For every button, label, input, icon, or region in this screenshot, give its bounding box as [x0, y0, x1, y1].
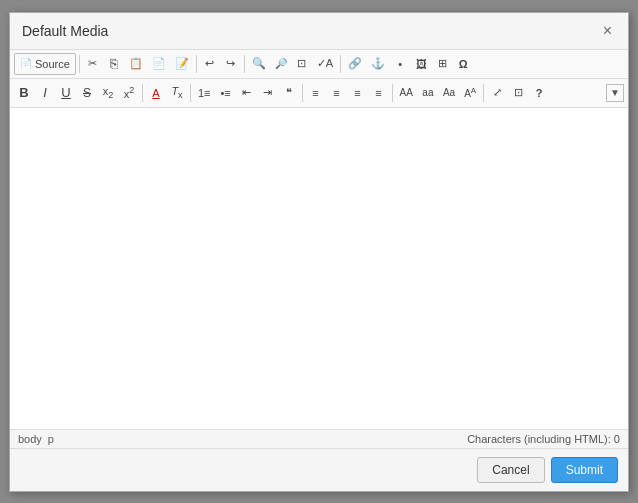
superscript-icon: x2: [124, 85, 135, 100]
capitalize-icon: Aa: [443, 87, 455, 98]
toolbar-expand-button[interactable]: ▼: [606, 84, 624, 102]
underline-button[interactable]: U: [56, 82, 76, 104]
special-char-icon: Ω: [459, 58, 468, 70]
ordered-list-button[interactable]: 1≡: [194, 82, 215, 104]
source-icon: 📄: [20, 58, 32, 69]
cancel-button[interactable]: Cancel: [477, 457, 544, 483]
uppercase-icon: AA: [400, 87, 413, 98]
source-label: Source: [35, 58, 70, 70]
blockquote-icon: ❝: [286, 86, 292, 99]
status-body: body: [18, 433, 42, 445]
close-button[interactable]: ×: [599, 21, 616, 41]
strike-button[interactable]: S: [77, 82, 97, 104]
italic-icon: I: [43, 85, 47, 100]
selectall-icon: ⊡: [297, 57, 306, 70]
redo-button[interactable]: ↪: [221, 53, 241, 75]
align-center-button[interactable]: ≡: [327, 82, 347, 104]
find-button[interactable]: 🔍: [248, 53, 270, 75]
separator: [392, 84, 393, 102]
clear-format-button[interactable]: Tx: [167, 82, 187, 104]
spellcheck-button[interactable]: ✓A: [313, 53, 337, 75]
cut-button[interactable]: ✂: [83, 53, 103, 75]
decrease-indent-button[interactable]: ⇤: [237, 82, 257, 104]
paste-text-icon: 📄: [152, 57, 166, 70]
separator: [79, 55, 80, 73]
link-icon: 🔗: [348, 57, 362, 70]
expand-icon: ▼: [610, 87, 620, 98]
maximize-icon: ⤢: [493, 86, 502, 99]
status-p: p: [48, 433, 54, 445]
table-button[interactable]: ⊞: [432, 53, 452, 75]
align-left-icon: ≡: [312, 87, 318, 99]
source2-button[interactable]: ⊡: [508, 82, 528, 104]
char-count: Characters (including HTML): 0: [467, 433, 620, 445]
align-right-button[interactable]: ≡: [348, 82, 368, 104]
toolbar-row2: B I U S x2 x2 A Tx 1≡ •≡ ⇤ ⇥ ❝ ≡ ≡ ≡ ≡ A…: [10, 79, 628, 108]
submit-button[interactable]: Submit: [551, 457, 618, 483]
source-button[interactable]: 📄 Source: [14, 53, 76, 75]
paste-text-button[interactable]: 📄: [148, 53, 170, 75]
maximize-button[interactable]: ⤢: [487, 82, 507, 104]
lowercase-button[interactable]: aa: [418, 82, 438, 104]
separator: [483, 84, 484, 102]
paste-word-button[interactable]: 📝: [171, 53, 193, 75]
link-button[interactable]: 🔗: [344, 53, 366, 75]
status-path: body p: [18, 433, 54, 445]
remove-format-button[interactable]: A: [146, 82, 166, 104]
find-icon: 🔍: [252, 57, 266, 70]
strike-icon: S: [83, 86, 91, 100]
subscript-button[interactable]: x2: [98, 82, 118, 104]
anchor-icon: ⚓: [371, 57, 385, 70]
anchor-button[interactable]: ⚓: [367, 53, 389, 75]
source2-icon: ⊡: [514, 86, 523, 99]
selectall-button[interactable]: ⊡: [292, 53, 312, 75]
status-bar: body p Characters (including HTML): 0: [10, 429, 628, 448]
font-size-button[interactable]: AA: [460, 82, 480, 104]
clear-format-icon: Tx: [171, 85, 182, 100]
paste-button[interactable]: 📋: [125, 53, 147, 75]
undo-icon: ↩: [205, 57, 214, 70]
unordered-list-button[interactable]: •≡: [216, 82, 236, 104]
separator: [302, 84, 303, 102]
special-char-button[interactable]: Ω: [453, 53, 473, 75]
align-justify-button[interactable]: ≡: [369, 82, 389, 104]
align-right-icon: ≡: [354, 87, 360, 99]
separator: [142, 84, 143, 102]
copy-icon: ⎘: [110, 56, 118, 71]
spellcheck-icon: ✓A: [317, 57, 333, 70]
undo-button[interactable]: ↩: [200, 53, 220, 75]
increase-indent-icon: ⇥: [263, 86, 272, 99]
separator: [190, 84, 191, 102]
capitalize-button[interactable]: Aa: [439, 82, 459, 104]
paste-icon: 📋: [129, 57, 143, 70]
replace-button[interactable]: 🔎: [271, 53, 291, 75]
bold-button[interactable]: B: [14, 82, 34, 104]
align-center-icon: ≡: [333, 87, 339, 99]
table-icon: ⊞: [438, 57, 447, 70]
align-justify-icon: ≡: [375, 87, 381, 99]
image-button[interactable]: 🖼: [411, 53, 431, 75]
uppercase-button[interactable]: AA: [396, 82, 417, 104]
copy-button[interactable]: ⎘: [104, 53, 124, 75]
italic-button[interactable]: I: [35, 82, 55, 104]
underline-icon: U: [61, 85, 70, 100]
help-button[interactable]: ?: [529, 82, 549, 104]
replace-icon: 🔎: [275, 58, 287, 69]
toolbar-row1: 📄 Source ✂ ⎘ 📋 📄 📝 ↩ ↪ 🔍 🔎 ⊡ ✓A 🔗 ⚓ • 🖼 …: [10, 50, 628, 79]
subscript-icon: x2: [103, 85, 114, 100]
dialog-footer: Cancel Submit: [10, 448, 628, 491]
blockquote-button[interactable]: ❝: [279, 82, 299, 104]
align-left-button[interactable]: ≡: [306, 82, 326, 104]
superscript-button[interactable]: x2: [119, 82, 139, 104]
editor-area[interactable]: [10, 108, 628, 429]
separator: [244, 55, 245, 73]
bullet-button[interactable]: •: [390, 53, 410, 75]
bullet-icon: •: [398, 58, 402, 70]
redo-icon: ↪: [226, 57, 235, 70]
lowercase-icon: aa: [422, 87, 433, 98]
help-icon: ?: [536, 87, 543, 99]
unordered-list-icon: •≡: [220, 87, 230, 99]
separator: [196, 55, 197, 73]
increase-indent-button[interactable]: ⇥: [258, 82, 278, 104]
ordered-list-icon: 1≡: [198, 87, 211, 99]
